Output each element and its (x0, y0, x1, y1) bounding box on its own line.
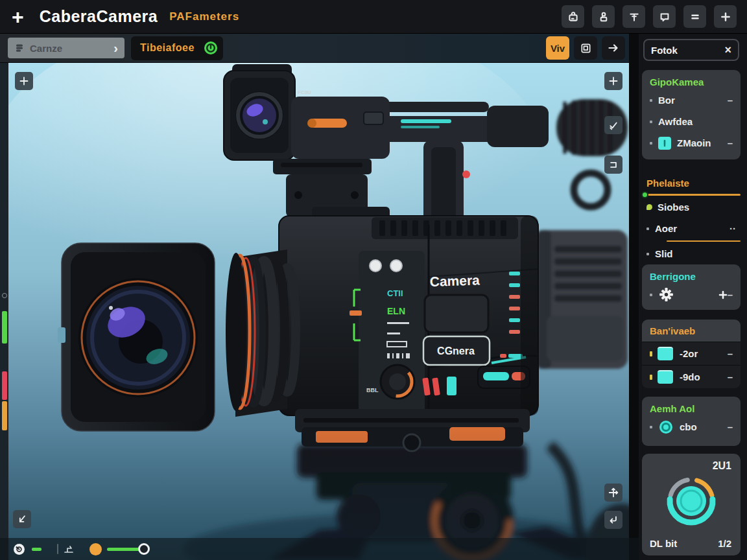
ring-icon (658, 419, 674, 435)
search-value: Fotok (651, 45, 724, 56)
section-title[interactable]: GipoKamea (642, 70, 741, 89)
bullet-icon (650, 121, 652, 123)
item-label: Awfdea (658, 116, 733, 127)
resize-handle-button[interactable] (13, 510, 31, 528)
arrow-right-button[interactable] (602, 36, 625, 60)
dash-control[interactable]: – (728, 289, 733, 300)
list-item[interactable]: – (642, 284, 741, 305)
list-item[interactable]: Awfdea (642, 111, 741, 132)
bracket-button[interactable] (604, 156, 622, 174)
stand-icon[interactable] (62, 542, 75, 555)
list-item[interactable]: ZMaoin – (642, 132, 741, 154)
timeline-slider-knob[interactable] (138, 543, 150, 555)
return-button[interactable] (604, 511, 622, 529)
yellow-bullet-icon (650, 351, 652, 356)
stack-icon (14, 43, 25, 53)
parameters-label[interactable]: PAFameters (169, 10, 239, 23)
section-presets: Phelaiste Siobes Aoer ·· Slid (642, 171, 741, 264)
gauge-left-label: DL bit (650, 538, 677, 549)
green-marker-bar[interactable] (2, 311, 7, 344)
breadcrumb[interactable]: Carnze › (8, 38, 124, 58)
comment-button[interactable] (653, 5, 676, 28)
camera-green-label: ELN (387, 306, 405, 316)
tab-timeline[interactable]: Tibeiafoee (131, 36, 223, 60)
confirm-button[interactable] (604, 116, 622, 134)
menu-button[interactable] (683, 5, 706, 28)
section-title[interactable]: Aemh Aol (642, 397, 741, 416)
plus-icon (17, 74, 31, 88)
gear-icon[interactable] (658, 286, 674, 303)
list-item[interactable]: Aoer ·· (642, 218, 741, 239)
orange-rule (642, 194, 741, 196)
arrow-right-icon (607, 41, 620, 54)
camera-dial-label: BBL (366, 387, 379, 393)
panel-layers: GipoKamea Bor – Awfdea ZMaoin – (642, 70, 741, 159)
orange-marker-bar[interactable] (2, 401, 7, 430)
dash-control[interactable]: – (728, 348, 733, 359)
list-item[interactable]: Slid (642, 243, 741, 264)
move-button[interactable] (604, 484, 622, 502)
case-lock-icon (567, 11, 579, 23)
dash-control[interactable]: – (728, 421, 733, 432)
view-button[interactable]: Viv (546, 36, 569, 60)
dash-control[interactable]: – (728, 95, 733, 106)
list-item[interactable]: -2or – (642, 342, 741, 365)
more-dots-control[interactable]: ·· (729, 223, 736, 234)
cyan-square-icon (658, 137, 671, 150)
user-box-button[interactable] (592, 5, 615, 28)
return-icon (606, 513, 621, 527)
search-input[interactable]: Fotok × (643, 39, 739, 61)
section-title[interactable]: Berrigone (642, 264, 741, 284)
gauge-icon[interactable] (13, 543, 25, 555)
check-icon (606, 118, 621, 132)
red-marker-bar[interactable] (2, 371, 7, 400)
sidebar: Fotok × GipoKamea Bor – Awfdea ZMaoin (639, 34, 747, 560)
item-label: -9do (680, 371, 728, 382)
new-icon[interactable]: + (12, 6, 24, 27)
dash-control[interactable]: – (728, 137, 733, 148)
panel-output: Aemh Aol cbo – (642, 397, 741, 446)
toolbar-right-group: Viv (546, 36, 625, 60)
inset-square-icon (580, 42, 592, 54)
dash-control[interactable]: – (728, 371, 733, 382)
speech-bubble-icon (659, 11, 670, 23)
plus-icon[interactable] (718, 290, 728, 299)
list-item[interactable]: Bor – (642, 89, 741, 111)
viewport-canvas[interactable]: FC3U (8, 63, 629, 560)
list-item[interactable]: -9do – (642, 365, 741, 388)
bullet-icon (646, 253, 649, 255)
bullet-icon (650, 426, 652, 428)
record-dot[interactable] (89, 543, 102, 555)
timeline-slider-track[interactable] (107, 548, 139, 551)
camera-cyan-label: CTll (387, 288, 403, 298)
app-window: + CaberaCamera PAFameters (0, 0, 747, 560)
list-item[interactable]: cbo – (642, 416, 741, 438)
anchor-button[interactable] (622, 5, 645, 28)
panel-gauge[interactable]: 2U1 DL bit 1/2 (642, 454, 741, 555)
move-icon (606, 485, 621, 500)
close-icon[interactable]: × (724, 44, 731, 56)
case-lock-button[interactable] (562, 5, 584, 28)
topbar: + CaberaCamera PAFameters (0, 0, 747, 34)
cyan-swatch[interactable] (658, 347, 673, 360)
donut-gauge (662, 472, 720, 530)
section-title[interactable]: Ban'ivaeb (642, 320, 741, 342)
plus-icon (606, 74, 621, 88)
inset-square-button[interactable] (574, 36, 597, 60)
list-item[interactable]: Siobes (642, 196, 741, 218)
canvas-sidebar-separator (629, 34, 639, 560)
add-node-button[interactable] (15, 72, 33, 90)
cyan-swatch[interactable] (658, 370, 673, 384)
canvas-add-button[interactable] (604, 72, 622, 90)
add-button[interactable] (714, 5, 737, 28)
camera-3d-render: FC3U (8, 63, 629, 560)
yellow-bullet-icon (650, 375, 652, 380)
item-label: Siobes (658, 202, 736, 213)
user-box-icon (598, 11, 610, 23)
bullet-icon (650, 294, 652, 296)
clock-status-icon (204, 41, 218, 55)
section-title[interactable]: Phelaiste (642, 171, 741, 191)
anchor-icon (628, 11, 640, 23)
vf-tag-label: FC3U (298, 89, 311, 95)
topbar-icons (562, 5, 737, 28)
